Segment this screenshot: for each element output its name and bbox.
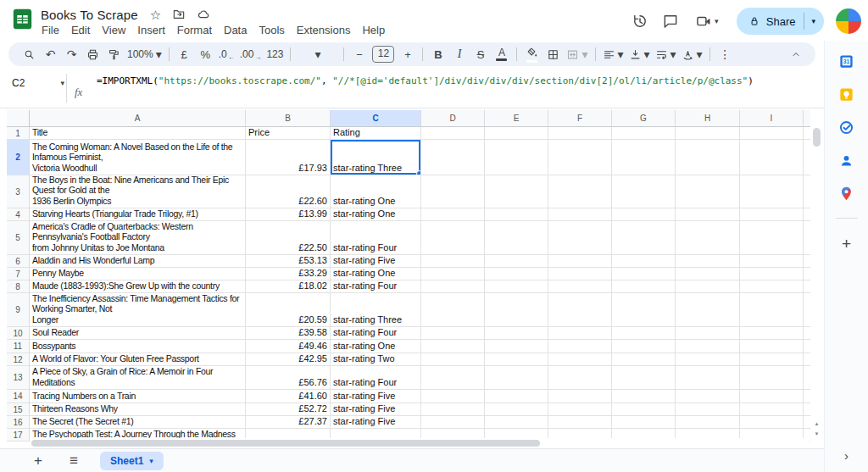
cloud-saved-button[interactable]: [197, 8, 210, 21]
text-wrap-button[interactable]: ▾: [653, 44, 679, 64]
cell-G7[interactable]: [612, 268, 676, 280]
cell-C7[interactable]: star-rating One: [331, 268, 421, 280]
cell-x5[interactable]: [804, 221, 810, 255]
row-header-14[interactable]: 14: [7, 390, 30, 403]
cell-G15[interactable]: [612, 403, 676, 416]
add-sheet-button[interactable]: +: [29, 452, 47, 470]
cell-F2[interactable]: [548, 140, 612, 175]
horizontal-align-button[interactable]: ▾: [600, 44, 626, 64]
cell-G5[interactable]: [612, 221, 676, 255]
cell-x14[interactable]: [804, 390, 810, 403]
cell-A8[interactable]: Maude (1883-1993):She Grew Up with the c…: [30, 280, 246, 293]
scroll-up-button[interactable]: ▲: [811, 419, 822, 428]
cell-D12[interactable]: [421, 353, 485, 366]
share-dropdown-button[interactable]: ▾: [804, 17, 824, 25]
cell-B8[interactable]: £18.02: [246, 280, 331, 293]
cell-x3[interactable]: [804, 175, 810, 208]
cell-G6[interactable]: [612, 255, 676, 268]
cell-H6[interactable]: [676, 255, 740, 268]
collapse-toolbar-button[interactable]: [785, 44, 807, 64]
cell-E4[interactable]: [485, 208, 548, 221]
sheet-tab-active[interactable]: Sheet1 ▾: [100, 452, 164, 470]
cell-C15[interactable]: star-rating Five: [331, 403, 421, 416]
calendar-panel-button[interactable]: 31: [835, 51, 859, 71]
cell-D9[interactable]: [421, 293, 485, 327]
decrease-font-size-button[interactable]: −: [348, 44, 370, 64]
cell-x13[interactable]: [804, 366, 810, 390]
cell-D6[interactable]: [421, 255, 485, 268]
cell-H3[interactable]: [676, 175, 740, 208]
cell-H12[interactable]: [676, 353, 740, 366]
column-header-G[interactable]: G: [612, 110, 676, 127]
strikethrough-button[interactable]: S: [470, 44, 491, 64]
name-box[interactable]: C2 ▾: [8, 75, 68, 92]
cell-D10[interactable]: [421, 327, 485, 340]
cell-H1[interactable]: [676, 127, 740, 140]
menu-help[interactable]: Help: [356, 22, 391, 39]
account-avatar[interactable]: [836, 8, 861, 34]
row-header-11[interactable]: 11: [7, 340, 30, 353]
currency-format-button[interactable]: £: [174, 44, 195, 64]
row-header-9[interactable]: 9: [7, 293, 30, 327]
vertical-scrollbar[interactable]: ▲ ▼: [811, 127, 822, 438]
cell-x10[interactable]: [804, 327, 810, 340]
menu-insert[interactable]: Insert: [131, 22, 171, 39]
cell-H5[interactable]: [676, 221, 740, 255]
column-header-I[interactable]: I: [740, 110, 804, 127]
cell-C10[interactable]: star-rating Four: [331, 327, 421, 340]
cell-F12[interactable]: [548, 353, 612, 366]
cell-B12[interactable]: £42.95: [246, 353, 331, 366]
cell-I7[interactable]: [740, 268, 804, 280]
cell-I15[interactable]: [740, 403, 804, 416]
cell-B9[interactable]: £20.59: [246, 293, 331, 327]
cell-D4[interactable]: [421, 208, 485, 221]
sheets-logo-icon[interactable]: [11, 8, 34, 31]
maps-panel-button[interactable]: [835, 183, 859, 203]
cell-G2[interactable]: [612, 140, 676, 175]
cell-F3[interactable]: [548, 175, 612, 208]
cell-A2[interactable]: The Coming Woman: A Novel Based on the L…: [30, 140, 246, 175]
cell-A1[interactable]: Title: [30, 127, 246, 140]
hide-side-panel-button[interactable]: ›: [837, 445, 857, 465]
cell-B11[interactable]: £49.46: [246, 340, 331, 353]
column-header-F[interactable]: F: [548, 110, 612, 127]
redo-button[interactable]: ↷: [61, 44, 82, 64]
star-button[interactable]: ☆: [150, 8, 161, 21]
cell-A11[interactable]: Bossypants: [30, 340, 246, 353]
text-rotation-button[interactable]: ▾: [679, 44, 705, 64]
cell-H7[interactable]: [676, 268, 740, 280]
cell-D2[interactable]: [421, 140, 485, 175]
menu-file[interactable]: File: [36, 22, 65, 39]
cell-A4[interactable]: Starving Hearts (Triangular Trade Trilog…: [30, 208, 246, 221]
cell-x11[interactable]: [804, 340, 810, 353]
cell-E5[interactable]: [485, 221, 548, 255]
column-header-A[interactable]: A: [30, 110, 246, 127]
cell-B5[interactable]: £22.50: [246, 221, 331, 255]
row-header-8[interactable]: 8: [7, 280, 30, 293]
cell-C13[interactable]: star-rating Four: [331, 366, 421, 390]
cell-H11[interactable]: [676, 340, 740, 353]
cell-B10[interactable]: £39.58: [246, 327, 331, 340]
cell-A13[interactable]: A Piece of Sky, a Grain of Rice: A Memoi…: [30, 366, 246, 390]
formula-input[interactable]: =IMPORTXML("https://books.toscrape.com/"…: [97, 75, 809, 86]
cell-F16[interactable]: [548, 416, 612, 429]
cell-H15[interactable]: [676, 403, 740, 416]
print-button[interactable]: [82, 44, 103, 64]
cell-A3[interactable]: The Boys in the Boat: Nine Americans and…: [30, 175, 246, 208]
vertical-scrollbar-thumb[interactable]: [813, 128, 821, 147]
cell-x9[interactable]: [804, 293, 810, 327]
get-add-ons-button[interactable]: +: [835, 233, 859, 253]
select-all-corner[interactable]: [7, 110, 30, 127]
menu-tools[interactable]: Tools: [253, 22, 290, 39]
cell-A16[interactable]: The Secret (The Secret #1): [30, 416, 246, 429]
cell-D7[interactable]: [421, 268, 485, 280]
cell-A6[interactable]: Aladdin and His Wonderful Lamp: [30, 255, 246, 268]
cell-F7[interactable]: [548, 268, 612, 280]
cell-x16[interactable]: [804, 416, 810, 429]
increase-decimal-button[interactable]: .00→: [237, 44, 264, 64]
cell-F8[interactable]: [548, 280, 612, 293]
history-button[interactable]: [625, 7, 655, 36]
cell-I9[interactable]: [740, 293, 804, 327]
cell-F13[interactable]: [548, 366, 612, 390]
cell-B16[interactable]: £27.37: [246, 416, 331, 429]
